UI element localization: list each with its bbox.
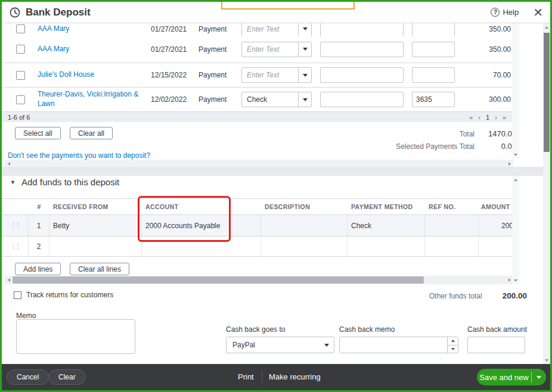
scroll-up-icon[interactable]: [512, 176, 519, 183]
customer-link[interactable]: AAA Mary: [38, 45, 69, 53]
row-memo-input[interactable]: [320, 42, 404, 57]
scroll-down-icon[interactable]: [512, 276, 519, 284]
amount-column-header: AMOUNT (U: [479, 199, 516, 214]
selected-total-value: 0.00: [475, 142, 516, 151]
make-recurring-button[interactable]: Make recurring: [269, 372, 321, 381]
row-ref-input[interactable]: [412, 92, 455, 107]
selected-total-row: Selected Payments Total 0.00: [396, 142, 516, 151]
received-from-cell[interactable]: Betty: [49, 215, 142, 236]
add-funds-hscrollbar[interactable]: [5, 276, 513, 284]
account-cell[interactable]: 2000 Accounts Payable: [142, 215, 261, 236]
add-funds-row[interactable]: ⋮⋮ 2: [2, 237, 516, 257]
row-checkbox[interactable]: [16, 95, 25, 104]
memo-textarea[interactable]: [16, 319, 135, 354]
payment-method-dropdown[interactable]: Enter Text: [241, 42, 312, 57]
add-funds-table: # RECEIVED FROM ACCOUNT DESCRIPTION PAYM…: [2, 198, 516, 257]
scroll-down-icon[interactable]: [543, 356, 550, 364]
recent-transactions-clock-icon[interactable]: [9, 7, 21, 18]
payment-amount: 300.00: [460, 95, 512, 104]
payment-date: 01/27/2021: [145, 25, 193, 33]
total-row: Total 1470.05: [460, 129, 516, 138]
dropdown-button[interactable]: [298, 92, 311, 107]
help-button[interactable]: ? Help: [491, 8, 519, 17]
next-page-button[interactable]: ›: [495, 114, 497, 121]
payment-method-dropdown[interactable]: Check: [241, 92, 312, 107]
add-lines-button[interactable]: Add lines: [15, 263, 61, 275]
first-page-button[interactable]: «: [469, 114, 473, 121]
dropdown-button[interactable]: [298, 68, 311, 82]
row-memo-input[interactable]: [320, 92, 404, 107]
last-page-button[interactable]: »: [503, 114, 506, 121]
description-cell[interactable]: [261, 215, 348, 236]
missing-payments-link[interactable]: Don't see the payments you want to depos…: [8, 151, 150, 160]
customer-link[interactable]: Theurer-Davis, Vicki:Irrigation & Lawn: [38, 90, 138, 108]
amount-cell[interactable]: 200: [479, 215, 516, 236]
stepper-down-icon[interactable]: [448, 345, 458, 353]
scroll-up-icon[interactable]: [543, 23, 550, 31]
payment-method-dropdown[interactable]: Enter Text: [241, 67, 312, 83]
customer-link[interactable]: Julie's Doll House: [38, 70, 94, 79]
account-column-header: ACCOUNT: [142, 199, 261, 214]
cash-back-goes-to-label: Cash back goes to: [226, 325, 285, 334]
dropdown-button[interactable]: [298, 42, 311, 57]
main-vscrollbar[interactable]: [543, 23, 550, 364]
cash-back-amount-input[interactable]: [467, 337, 525, 353]
amount-cell[interactable]: [479, 237, 516, 256]
row-memo-input[interactable]: [320, 67, 404, 83]
save-and-new-button[interactable]: Save and new: [477, 369, 546, 385]
description-cell[interactable]: [261, 237, 348, 256]
chevron-down-icon: [303, 98, 308, 101]
ref-no-cell[interactable]: [425, 237, 479, 256]
add-funds-section-toggle[interactable]: ▼ Add funds to this deposit: [10, 177, 119, 187]
customer-link[interactable]: AAA Mary: [38, 24, 69, 33]
track-returns-checkbox[interactable]: [14, 291, 21, 299]
ref-no-cell[interactable]: [425, 215, 479, 236]
cancel-button[interactable]: Cancel: [7, 369, 49, 385]
row-ref-input[interactable]: [412, 23, 455, 36]
current-page[interactable]: 1: [486, 114, 489, 121]
cash-back-memo-input[interactable]: [340, 337, 447, 353]
dropdown-button[interactable]: [298, 23, 311, 36]
scroll-left-icon[interactable]: [5, 276, 13, 284]
payment-method-cell[interactable]: Check: [348, 215, 425, 236]
payments-vscrollbar[interactable]: [512, 23, 519, 158]
drag-handle-icon[interactable]: ⋮⋮: [10, 243, 20, 250]
print-button[interactable]: Print: [238, 372, 254, 381]
save-options-dropdown[interactable]: [532, 376, 546, 379]
payment-type: Payment: [193, 95, 238, 104]
row-checkbox[interactable]: [16, 24, 25, 33]
row-ref-input[interactable]: [412, 42, 455, 57]
clear-all-lines-button[interactable]: Clear all lines: [70, 263, 129, 275]
track-returns-label: Track returns for customers: [26, 291, 113, 299]
clear-all-button[interactable]: Clear all: [70, 127, 113, 139]
drag-cell: ⋮⋮: [2, 215, 29, 236]
row-checkbox[interactable]: [16, 71, 25, 80]
memo-label: Memo: [16, 312, 36, 320]
account-cell[interactable]: [142, 237, 261, 256]
row-checkbox[interactable]: [16, 45, 25, 54]
collapse-icon: ▼: [10, 179, 15, 185]
select-all-button[interactable]: Select all: [15, 127, 61, 139]
add-funds-title: Add funds to this deposit: [21, 177, 119, 187]
drag-handle-icon[interactable]: ⋮⋮: [10, 222, 20, 229]
payment-date: 01/27/2021: [145, 45, 193, 54]
payment-method-dropdown[interactable]: Enter Text: [241, 23, 312, 36]
highlight-box-orange: [221, 2, 355, 10]
hscroll-thumb[interactable]: [13, 276, 424, 284]
cash-back-account-select[interactable]: PayPal: [226, 337, 334, 353]
received-from-cell[interactable]: [49, 237, 142, 256]
add-funds-vscrollbar[interactable]: [512, 176, 519, 284]
vscroll-thumb[interactable]: [544, 33, 550, 152]
memo-input-cell: [315, 42, 407, 57]
row-memo-input[interactable]: [320, 23, 404, 36]
row-ref-input[interactable]: [412, 67, 455, 83]
stepper-up-icon[interactable]: [448, 337, 458, 345]
add-funds-row[interactable]: ⋮⋮ 1 Betty 2000 Accounts Payable Check 2…: [2, 215, 516, 237]
clear-button[interactable]: Clear: [48, 369, 86, 385]
payment-method-cell[interactable]: [348, 237, 425, 256]
scroll-down-icon[interactable]: [512, 151, 519, 158]
close-icon[interactable]: ✕: [533, 7, 543, 18]
prev-page-button[interactable]: ‹: [478, 114, 480, 121]
chevron-down-icon: [303, 48, 308, 51]
payment-type: Payment: [193, 25, 238, 33]
